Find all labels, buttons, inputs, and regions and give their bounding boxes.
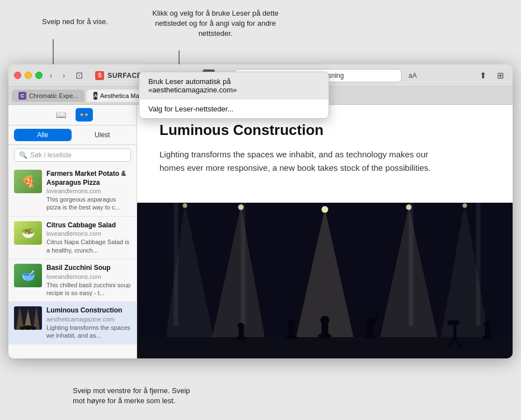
item-desc: This chilled basil zucchini soup recipe …	[46, 281, 131, 297]
surface-label: SURFACE	[107, 72, 142, 80]
share-button[interactable]: ⬆	[477, 69, 490, 82]
item-domain: loveandlemons.com	[46, 230, 131, 237]
item-thumbnail: 🍕	[14, 170, 42, 193]
tab-label-chromatic: Chromatic Expe...	[29, 92, 78, 99]
svg-rect-31	[289, 326, 294, 338]
item-text: Basil Zucchini Soup loveandlemons.com Th…	[46, 264, 131, 297]
sidebar: 📖 👓 Alle Ulest 🔍 Søk i leseliste 🍕 Farme…	[8, 105, 137, 358]
sidebar-toggle-button[interactable]: ⊡	[72, 69, 86, 82]
svg-rect-41	[448, 320, 459, 325]
item-text: Farmers Market Potato & Asparagus Pizza …	[46, 170, 131, 212]
article-area[interactable]: Luminous Construction Lighting transform…	[137, 105, 513, 358]
list-item[interactable]: 🍕 Farmers Market Potato & Asparagus Pizz…	[8, 165, 137, 217]
svg-point-24	[183, 203, 187, 208]
item-domain: loveandlemons.com	[46, 188, 131, 194]
item-thumbnail: 🥗	[14, 221, 42, 245]
tab-all[interactable]: Alle	[14, 129, 72, 141]
item-domain: loveandlemons.com	[46, 273, 131, 280]
article-content: Luminous Construction Lighting transform…	[137, 105, 473, 203]
svg-point-23	[406, 204, 412, 210]
article-title: Luminous Construction	[159, 122, 450, 139]
search-bar[interactable]: 🔍 Søk i leseliste	[14, 148, 131, 162]
reading-list-tabs: Alle Ulest	[8, 125, 137, 145]
fullscreen-button[interactable]	[35, 72, 43, 79]
svg-rect-28	[322, 323, 328, 337]
list-item[interactable]: 🥣 Basil Zucchini Soup loveandlemons.com …	[8, 259, 137, 302]
item-title: Citrus Cabbage Salad	[46, 221, 131, 230]
font-size-button[interactable]: aA	[405, 71, 420, 81]
search-icon: 🔍	[19, 151, 27, 159]
tab-favicon-chromatic: C	[18, 92, 26, 100]
svg-point-22	[238, 204, 244, 210]
surface-logo: S	[95, 71, 104, 80]
svg-point-21	[322, 206, 328, 213]
item-desc: This gorgeous asparagus pizza is the bes…	[46, 195, 131, 212]
item-thumbnail	[14, 306, 42, 330]
dropdown-item-auto-reader[interactable]: Bruk Leser automatisk på «aestheticamaga…	[139, 72, 328, 100]
forward-button[interactable]: ›	[60, 70, 68, 81]
item-title: Luminous Construction	[46, 306, 131, 315]
back-button[interactable]: ‹	[47, 70, 55, 81]
svg-point-25	[463, 203, 467, 208]
svg-point-29	[321, 316, 330, 325]
list-item[interactable]: 🥗 Citrus Cabbage Salad loveandlemons.com…	[8, 217, 137, 259]
reading-list-button[interactable]: 👓	[76, 108, 93, 122]
svg-rect-38	[239, 329, 244, 339]
item-title: Basil Zucchini Soup	[46, 264, 131, 273]
add-reading-list-button[interactable]: ⊞	[494, 69, 507, 82]
close-button[interactable]	[14, 72, 21, 79]
svg-point-46	[484, 321, 491, 328]
surface-area: S SURFACE	[91, 71, 146, 80]
svg-point-32	[288, 319, 295, 327]
dropdown-menu: Bruk Leser automatisk på «aestheticamaga…	[139, 72, 329, 119]
sidebar-toolbar: 📖 👓	[8, 105, 137, 125]
tab-chromatic[interactable]: C Chromatic Expe...	[12, 90, 85, 102]
svg-point-39	[238, 323, 245, 329]
svg-point-10	[31, 326, 36, 330]
tab-favicon-aesthetica: A	[93, 92, 97, 100]
svg-rect-45	[485, 327, 490, 338]
svg-rect-34	[367, 325, 373, 337]
list-item[interactable]: Luminous Construction aestheticamagazine…	[8, 302, 137, 344]
traffic-lights	[14, 72, 43, 79]
item-domain: aestheticamagazine.com	[46, 316, 131, 323]
search-placeholder: Søk i leseliste	[30, 151, 72, 159]
item-text: Citrus Cabbage Salad loveandlemons.com C…	[46, 221, 131, 254]
item-desc: Lighting transforms the spaces we inhabi…	[46, 324, 131, 340]
article-body: Lighting transforms the spaces we inhabi…	[159, 148, 450, 175]
tab-unread[interactable]: Ulest	[74, 129, 132, 141]
bookmarks-button[interactable]: 📖	[53, 108, 70, 122]
item-desc: Citrus Napa Cabbage Salad is a healthy, …	[46, 238, 131, 254]
svg-rect-40	[454, 323, 457, 340]
content-area: 📖 👓 Alle Ulest 🔍 Søk i leseliste 🍕 Farme…	[8, 105, 513, 358]
dropdown-item-reader-preferences[interactable]: Valg for Leser-nettsteder...	[139, 100, 328, 118]
item-title: Farmers Market Potato & Asparagus Pizza	[46, 170, 131, 187]
annotation-reader-instructions: Klikk og velg for å bruke Leser på dette…	[151, 8, 280, 39]
annotation-swipe-remove: Sveip mot venstre for å fjerne. Sveip mo…	[73, 386, 196, 406]
item-text: Luminous Construction aestheticamagazine…	[46, 306, 131, 339]
item-thumbnail: 🥣	[14, 264, 42, 287]
minimize-button[interactable]	[25, 72, 32, 79]
annotation-swipe-down: Sveip ned for å vise.	[42, 17, 109, 27]
svg-point-9	[20, 326, 25, 330]
reading-list-items: 🍕 Farmers Market Potato & Asparagus Pizz…	[8, 165, 137, 358]
article-image	[137, 203, 513, 358]
